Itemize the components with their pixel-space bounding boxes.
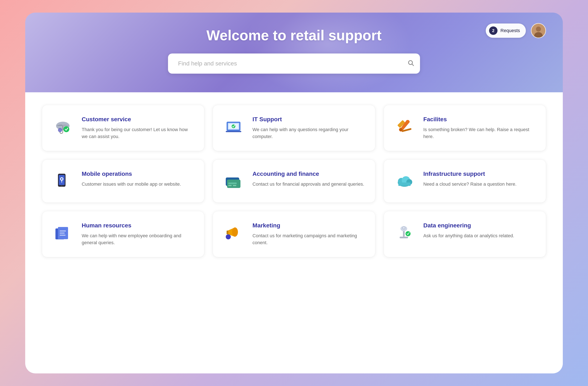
main-content: Customer service Thank you for being our… (25, 92, 563, 373)
card-marketing-title: Marketing (252, 222, 365, 229)
card-data-engineering-desc: Ask us for anything data or analytics re… (423, 232, 536, 239)
card-mobile-operations[interactable]: Mobile operations Customer issues with o… (42, 159, 204, 203)
svg-rect-14 (226, 131, 241, 132)
card-data-engineering[interactable]: Data engineering Ask us for anything dat… (384, 211, 546, 257)
card-customer-service-title: Customer service (82, 116, 194, 123)
svg-rect-35 (60, 231, 66, 232)
search-bar (168, 54, 420, 74)
card-marketing[interactable]: Marketing Contact us for marketing campa… (213, 211, 375, 257)
svg-point-22 (61, 186, 62, 187)
svg-point-17 (399, 128, 402, 131)
svg-rect-36 (60, 233, 65, 233)
mobile-operations-icon (52, 171, 73, 192)
it-support-icon (223, 116, 244, 137)
card-infrastructure-title: Infrastructure support (423, 171, 536, 177)
svg-rect-32 (398, 183, 411, 186)
data-engineering-icon (394, 222, 415, 243)
card-it-support-desc: We can help with any questions regarding… (252, 126, 365, 140)
card-hr-title: Human resources (82, 222, 194, 229)
page-title: Welcome to retail support (207, 27, 381, 43)
card-marketing-text: Marketing Contact us for marketing campa… (252, 222, 365, 246)
header-nav: 2 Requests (486, 23, 546, 38)
svg-point-9 (59, 129, 61, 131)
card-hr-desc: We can help with new employee onboarding… (82, 232, 194, 246)
card-facilities-title: Facilites (423, 116, 536, 123)
app-container: 2 Requests Welcome to retail support (25, 13, 563, 373)
facilities-icon (394, 116, 415, 137)
card-mobile-operations-title: Mobile operations (82, 171, 194, 177)
card-marketing-desc: Contact us for marketing campaigns and m… (252, 232, 365, 246)
card-data-engineering-title: Data engineering (423, 222, 536, 229)
card-facilities-desc: Is something broken? We can help. Raise … (423, 126, 536, 140)
card-facilities[interactable]: Facilites Is something broken? We can he… (384, 105, 546, 151)
svg-line-4 (412, 64, 414, 66)
card-infrastructure-text: Infrastructure support Need a cloud serv… (423, 171, 536, 188)
svg-point-7 (63, 126, 69, 132)
card-it-support-title: IT Support (252, 116, 365, 123)
accounting-icon (223, 171, 244, 192)
infrastructure-icon (394, 171, 415, 192)
svg-rect-45 (400, 237, 408, 238)
card-it-support[interactable]: IT Support We can help with any question… (213, 105, 375, 151)
card-accounting-text: Accounting and finance Contact us for fi… (252, 171, 365, 188)
requests-badge: 2 (489, 26, 498, 35)
svg-point-44 (403, 227, 405, 229)
customer-service-icon (52, 116, 73, 137)
card-infrastructure[interactable]: Infrastructure support Need a cloud serv… (384, 159, 546, 203)
requests-label: Requests (501, 28, 520, 33)
card-mobile-operations-desc: Customer issues with our mobile app or w… (82, 181, 194, 188)
card-customer-service-desc: Thank you for being our customer! Let us… (82, 126, 194, 140)
svg-point-1 (536, 27, 541, 32)
card-accounting-title: Accounting and finance (252, 171, 365, 177)
card-hr-text: Human resources We can help with new emp… (82, 222, 194, 246)
svg-rect-25 (228, 183, 237, 184)
card-mobile-operations-text: Mobile operations Customer issues with o… (82, 171, 194, 188)
card-it-support-text: IT Support We can help with any question… (252, 116, 365, 140)
card-accounting-finance[interactable]: Accounting and finance Contact us for fi… (213, 159, 375, 203)
cards-grid: Customer service Thank you for being our… (42, 105, 546, 257)
card-customer-service-text: Customer service Thank you for being our… (82, 116, 194, 140)
avatar[interactable] (531, 23, 546, 38)
card-customer-service[interactable]: Customer service Thank you for being our… (42, 105, 204, 151)
svg-rect-27 (233, 185, 236, 186)
svg-rect-40 (227, 231, 228, 234)
card-hr[interactable]: Human resources We can help with new emp… (42, 211, 204, 257)
search-input[interactable] (168, 54, 420, 74)
card-accounting-desc: Contact us for financial approvals and g… (252, 181, 365, 188)
card-facilities-text: Facilites Is something broken? We can he… (423, 116, 536, 140)
svg-point-21 (61, 178, 63, 180)
marketing-icon (223, 222, 244, 243)
svg-rect-37 (60, 235, 65, 236)
card-data-engineering-text: Data engineering Ask us for anything dat… (423, 222, 536, 239)
svg-point-39 (226, 234, 231, 239)
svg-point-46 (405, 231, 411, 236)
svg-rect-26 (228, 185, 232, 186)
hr-icon (52, 222, 73, 243)
header: 2 Requests Welcome to retail support (25, 13, 563, 92)
search-button[interactable] (407, 59, 414, 68)
card-infrastructure-desc: Need a cloud service? Raise a question h… (423, 181, 536, 188)
svg-point-38 (232, 227, 238, 237)
requests-button[interactable]: 2 Requests (486, 23, 526, 38)
